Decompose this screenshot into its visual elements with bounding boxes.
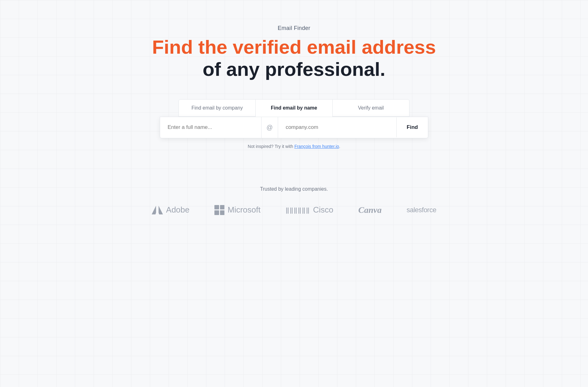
hint-suffix: . bbox=[339, 144, 340, 149]
ms-sq-2 bbox=[220, 205, 225, 210]
page-subtitle: Email Finder bbox=[278, 25, 311, 32]
tab-bar: Find email by company Find email by name… bbox=[179, 99, 409, 117]
tab-find-by-company[interactable]: Find email by company bbox=[179, 100, 256, 116]
microsoft-icon bbox=[214, 205, 224, 215]
ms-sq-1 bbox=[214, 205, 219, 210]
logo-cisco: ‖‖‖‖‖‖ Cisco bbox=[286, 205, 333, 215]
cisco-text: ‖‖‖‖‖‖ bbox=[286, 206, 310, 214]
logos-row: Adobe Microsoft ‖‖‖‖‖‖ Cisco Canva bbox=[0, 204, 588, 216]
logo-canva: Canva bbox=[358, 205, 382, 215]
tab-verify-email[interactable]: Verify email bbox=[333, 100, 409, 116]
domain-input[interactable] bbox=[278, 117, 396, 137]
trusted-label: Trusted by leading companies. bbox=[0, 186, 588, 192]
trusted-section: Trusted by leading companies. Adobe bbox=[0, 186, 588, 216]
at-symbol: @ bbox=[261, 117, 278, 138]
salesforce-text: salesforce bbox=[407, 206, 436, 214]
microsoft-text: Microsoft bbox=[228, 205, 260, 215]
cisco-name: Cisco bbox=[313, 205, 333, 215]
hint-text: Not inspired? Try it with François from … bbox=[248, 144, 340, 149]
adobe-icon bbox=[152, 204, 163, 216]
hint-link[interactable]: François from hunter.io bbox=[294, 144, 339, 149]
logo-microsoft: Microsoft bbox=[214, 205, 260, 215]
hero-dark-line: of any professional. bbox=[152, 58, 436, 80]
hero-orange-line: Find the verified email address bbox=[152, 36, 436, 58]
ms-sq-4 bbox=[220, 210, 225, 215]
search-section: Find email by company Find email by name… bbox=[160, 99, 428, 149]
hint-prefix: Not inspired? Try it with bbox=[248, 144, 294, 149]
adobe-text: Adobe bbox=[166, 205, 189, 215]
logo-salesforce: salesforce bbox=[407, 206, 436, 214]
name-input[interactable] bbox=[160, 117, 261, 137]
find-button[interactable]: Find bbox=[396, 117, 428, 137]
ms-sq-3 bbox=[214, 210, 219, 215]
logo-adobe: Adobe bbox=[152, 204, 189, 216]
search-form: @ Find bbox=[160, 117, 428, 138]
tabs-container: Find email by company Find email by name… bbox=[179, 99, 409, 117]
canva-text: Canva bbox=[358, 205, 382, 215]
tab-find-by-name[interactable]: Find email by name bbox=[256, 100, 332, 116]
hero-title: Find the verified email address of any p… bbox=[152, 36, 436, 81]
page-container: Email Finder Find the verified email add… bbox=[0, 0, 588, 216]
